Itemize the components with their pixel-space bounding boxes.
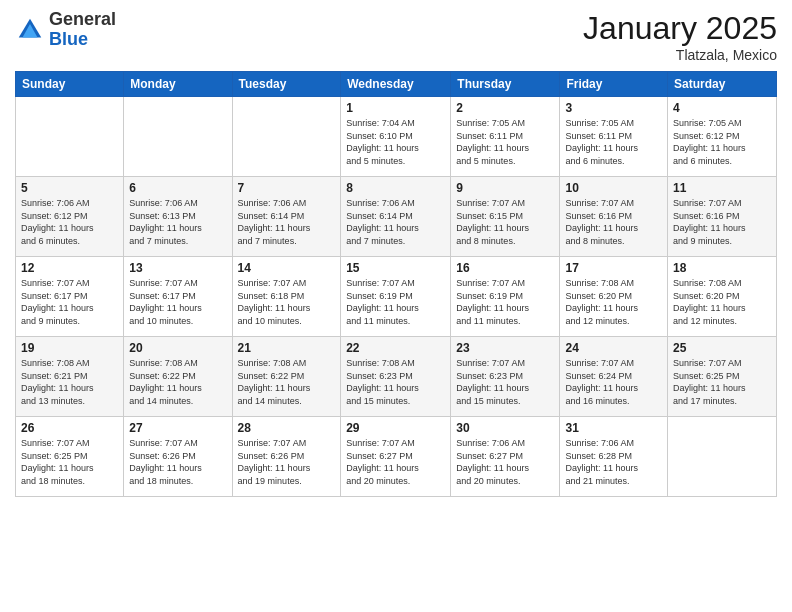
- calendar-page: General Blue January 2025 Tlatzala, Mexi…: [0, 0, 792, 612]
- day-cell: 18Sunrise: 7:08 AM Sunset: 6:20 PM Dayli…: [668, 257, 777, 337]
- day-number: 9: [456, 181, 554, 195]
- day-info: Sunrise: 7:06 AM Sunset: 6:14 PM Dayligh…: [238, 197, 336, 247]
- month-title: January 2025: [583, 10, 777, 47]
- week-row-0: 1Sunrise: 7:04 AM Sunset: 6:10 PM Daylig…: [16, 97, 777, 177]
- day-info: Sunrise: 7:06 AM Sunset: 6:14 PM Dayligh…: [346, 197, 445, 247]
- day-info: Sunrise: 7:07 AM Sunset: 6:26 PM Dayligh…: [238, 437, 336, 487]
- day-number: 3: [565, 101, 662, 115]
- day-number: 24: [565, 341, 662, 355]
- day-info: Sunrise: 7:07 AM Sunset: 6:19 PM Dayligh…: [456, 277, 554, 327]
- day-number: 29: [346, 421, 445, 435]
- weekday-header-sunday: Sunday: [16, 72, 124, 97]
- day-cell: 5Sunrise: 7:06 AM Sunset: 6:12 PM Daylig…: [16, 177, 124, 257]
- day-cell: 25Sunrise: 7:07 AM Sunset: 6:25 PM Dayli…: [668, 337, 777, 417]
- day-cell: 28Sunrise: 7:07 AM Sunset: 6:26 PM Dayli…: [232, 417, 341, 497]
- day-cell: [16, 97, 124, 177]
- day-cell: 14Sunrise: 7:07 AM Sunset: 6:18 PM Dayli…: [232, 257, 341, 337]
- day-cell: 31Sunrise: 7:06 AM Sunset: 6:28 PM Dayli…: [560, 417, 668, 497]
- day-cell: 24Sunrise: 7:07 AM Sunset: 6:24 PM Dayli…: [560, 337, 668, 417]
- day-number: 28: [238, 421, 336, 435]
- day-cell: 11Sunrise: 7:07 AM Sunset: 6:16 PM Dayli…: [668, 177, 777, 257]
- day-cell: 27Sunrise: 7:07 AM Sunset: 6:26 PM Dayli…: [124, 417, 232, 497]
- weekday-header-friday: Friday: [560, 72, 668, 97]
- day-cell: 30Sunrise: 7:06 AM Sunset: 6:27 PM Dayli…: [451, 417, 560, 497]
- weekday-header-wednesday: Wednesday: [341, 72, 451, 97]
- day-number: 12: [21, 261, 118, 275]
- day-number: 13: [129, 261, 226, 275]
- day-info: Sunrise: 7:08 AM Sunset: 6:21 PM Dayligh…: [21, 357, 118, 407]
- day-number: 8: [346, 181, 445, 195]
- day-number: 1: [346, 101, 445, 115]
- day-info: Sunrise: 7:06 AM Sunset: 6:27 PM Dayligh…: [456, 437, 554, 487]
- day-cell: 6Sunrise: 7:06 AM Sunset: 6:13 PM Daylig…: [124, 177, 232, 257]
- day-cell: 23Sunrise: 7:07 AM Sunset: 6:23 PM Dayli…: [451, 337, 560, 417]
- day-info: Sunrise: 7:07 AM Sunset: 6:17 PM Dayligh…: [129, 277, 226, 327]
- week-row-4: 26Sunrise: 7:07 AM Sunset: 6:25 PM Dayli…: [16, 417, 777, 497]
- day-number: 10: [565, 181, 662, 195]
- day-info: Sunrise: 7:07 AM Sunset: 6:18 PM Dayligh…: [238, 277, 336, 327]
- weekday-header-thursday: Thursday: [451, 72, 560, 97]
- weekday-header-saturday: Saturday: [668, 72, 777, 97]
- day-cell: 20Sunrise: 7:08 AM Sunset: 6:22 PM Dayli…: [124, 337, 232, 417]
- day-info: Sunrise: 7:06 AM Sunset: 6:12 PM Dayligh…: [21, 197, 118, 247]
- day-number: 22: [346, 341, 445, 355]
- day-info: Sunrise: 7:07 AM Sunset: 6:16 PM Dayligh…: [673, 197, 771, 247]
- week-row-3: 19Sunrise: 7:08 AM Sunset: 6:21 PM Dayli…: [16, 337, 777, 417]
- day-number: 21: [238, 341, 336, 355]
- day-number: 14: [238, 261, 336, 275]
- day-cell: 2Sunrise: 7:05 AM Sunset: 6:11 PM Daylig…: [451, 97, 560, 177]
- day-cell: 7Sunrise: 7:06 AM Sunset: 6:14 PM Daylig…: [232, 177, 341, 257]
- day-info: Sunrise: 7:07 AM Sunset: 6:16 PM Dayligh…: [565, 197, 662, 247]
- day-cell: 29Sunrise: 7:07 AM Sunset: 6:27 PM Dayli…: [341, 417, 451, 497]
- day-number: 25: [673, 341, 771, 355]
- day-number: 31: [565, 421, 662, 435]
- day-info: Sunrise: 7:08 AM Sunset: 6:23 PM Dayligh…: [346, 357, 445, 407]
- day-info: Sunrise: 7:07 AM Sunset: 6:15 PM Dayligh…: [456, 197, 554, 247]
- day-number: 15: [346, 261, 445, 275]
- day-cell: 16Sunrise: 7:07 AM Sunset: 6:19 PM Dayli…: [451, 257, 560, 337]
- day-number: 6: [129, 181, 226, 195]
- day-cell: 1Sunrise: 7:04 AM Sunset: 6:10 PM Daylig…: [341, 97, 451, 177]
- page-header: General Blue January 2025 Tlatzala, Mexi…: [15, 10, 777, 63]
- day-info: Sunrise: 7:08 AM Sunset: 6:22 PM Dayligh…: [129, 357, 226, 407]
- day-info: Sunrise: 7:08 AM Sunset: 6:20 PM Dayligh…: [673, 277, 771, 327]
- day-cell: 21Sunrise: 7:08 AM Sunset: 6:22 PM Dayli…: [232, 337, 341, 417]
- day-info: Sunrise: 7:07 AM Sunset: 6:25 PM Dayligh…: [673, 357, 771, 407]
- weekday-header-row: SundayMondayTuesdayWednesdayThursdayFrid…: [16, 72, 777, 97]
- day-info: Sunrise: 7:06 AM Sunset: 6:13 PM Dayligh…: [129, 197, 226, 247]
- day-number: 20: [129, 341, 226, 355]
- logo-general: General: [49, 9, 116, 29]
- day-number: 17: [565, 261, 662, 275]
- day-info: Sunrise: 7:07 AM Sunset: 6:23 PM Dayligh…: [456, 357, 554, 407]
- day-info: Sunrise: 7:07 AM Sunset: 6:26 PM Dayligh…: [129, 437, 226, 487]
- day-cell: 8Sunrise: 7:06 AM Sunset: 6:14 PM Daylig…: [341, 177, 451, 257]
- day-number: 23: [456, 341, 554, 355]
- day-cell: 15Sunrise: 7:07 AM Sunset: 6:19 PM Dayli…: [341, 257, 451, 337]
- day-number: 30: [456, 421, 554, 435]
- calendar-table: SundayMondayTuesdayWednesdayThursdayFrid…: [15, 71, 777, 497]
- day-cell: [668, 417, 777, 497]
- day-info: Sunrise: 7:08 AM Sunset: 6:20 PM Dayligh…: [565, 277, 662, 327]
- day-info: Sunrise: 7:06 AM Sunset: 6:28 PM Dayligh…: [565, 437, 662, 487]
- day-info: Sunrise: 7:05 AM Sunset: 6:11 PM Dayligh…: [456, 117, 554, 167]
- logo-blue: Blue: [49, 29, 88, 49]
- day-cell: [124, 97, 232, 177]
- day-number: 4: [673, 101, 771, 115]
- day-info: Sunrise: 7:08 AM Sunset: 6:22 PM Dayligh…: [238, 357, 336, 407]
- day-cell: 13Sunrise: 7:07 AM Sunset: 6:17 PM Dayli…: [124, 257, 232, 337]
- day-cell: 19Sunrise: 7:08 AM Sunset: 6:21 PM Dayli…: [16, 337, 124, 417]
- day-cell: 10Sunrise: 7:07 AM Sunset: 6:16 PM Dayli…: [560, 177, 668, 257]
- day-cell: 4Sunrise: 7:05 AM Sunset: 6:12 PM Daylig…: [668, 97, 777, 177]
- location: Tlatzala, Mexico: [583, 47, 777, 63]
- day-cell: 26Sunrise: 7:07 AM Sunset: 6:25 PM Dayli…: [16, 417, 124, 497]
- day-number: 2: [456, 101, 554, 115]
- day-number: 18: [673, 261, 771, 275]
- week-row-1: 5Sunrise: 7:06 AM Sunset: 6:12 PM Daylig…: [16, 177, 777, 257]
- day-number: 26: [21, 421, 118, 435]
- day-number: 5: [21, 181, 118, 195]
- weekday-header-tuesday: Tuesday: [232, 72, 341, 97]
- day-number: 11: [673, 181, 771, 195]
- day-number: 16: [456, 261, 554, 275]
- day-info: Sunrise: 7:07 AM Sunset: 6:17 PM Dayligh…: [21, 277, 118, 327]
- weekday-header-monday: Monday: [124, 72, 232, 97]
